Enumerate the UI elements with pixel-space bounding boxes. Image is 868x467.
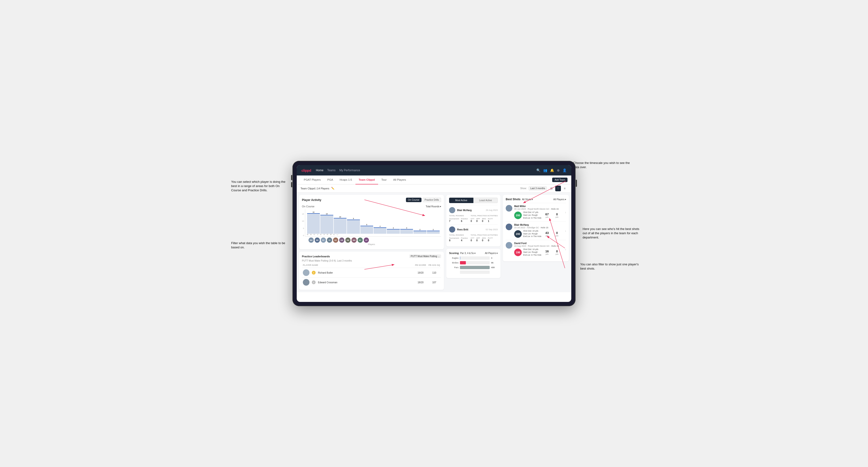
bar-ee: 5: [361, 224, 373, 234]
activity-tabs: Most Active Least Active: [449, 198, 498, 203]
leaderboard-row-2: 2 Edward Crossman 18/20 107: [302, 277, 441, 287]
avatar-ec[interactable]: EC: [358, 238, 363, 243]
grid-view-btn[interactable]: ⊞: [549, 186, 554, 191]
bell-icon[interactable]: 🔔: [550, 168, 554, 172]
shot-item-matt[interactable]: Matt Miller 09 Jun 2023 · Royal North De…: [506, 203, 566, 221]
lb-rank-1: 1: [311, 270, 316, 275]
leaderboard-row-1: 1 Richard Butler 19/20 110: [302, 268, 441, 277]
birdies-label: Birdies: [449, 261, 459, 264]
player-activity-card: Player Activity On Course Practice Drill…: [299, 195, 444, 249]
view-icons: ⊞ ♡ ≡: [549, 186, 567, 191]
shot-text-matt: Shot Dist: 67 yds Start Lie: Rough End L…: [523, 211, 541, 220]
pa-practice-blair: 6: [461, 220, 468, 222]
scoring-dropdown-arrow: ▾: [474, 252, 475, 254]
shot-badge-david: 198: [514, 249, 522, 256]
avatar-jc[interactable]: JC: [327, 238, 332, 243]
avatar-gb[interactable]: GB: [339, 238, 344, 243]
tablet-screen: clippd Home Teams My Performance 🔍 👥 🔔 ⊕…: [297, 165, 571, 302]
practice-drills-toggle[interactable]: Practice Drills: [423, 198, 441, 202]
on-course-toggle[interactable]: On Course: [406, 198, 422, 202]
bar-df: 10: [334, 216, 346, 234]
shot-text-david: Shot Dist: 16 yds Start Lie: Rough End L…: [523, 248, 541, 257]
avatar-bb[interactable]: BB: [315, 238, 320, 243]
tab-tour[interactable]: Tour: [378, 176, 390, 184]
avatar-mm[interactable]: MM: [351, 238, 356, 243]
most-active-tab[interactable]: Most Active: [449, 198, 473, 203]
avatar-bm[interactable]: BM: [309, 238, 314, 243]
list-view-btn[interactable]: ♡: [555, 186, 561, 191]
pa-header-1: Blair McHarg 26 Aug 2023: [449, 207, 498, 213]
search-icon[interactable]: 🔍: [536, 168, 540, 172]
users-icon[interactable]: 👥: [543, 168, 547, 172]
all-players-button[interactable]: All Players ▾: [553, 198, 566, 201]
middle-panel: Most Active Least Active Blair McHarg 26…: [446, 195, 500, 290]
avatar-lr[interactable]: LR: [364, 238, 369, 243]
pa-rounds-group: Total Rounds Tournament 7 Practice: [449, 215, 468, 222]
avatar-rb[interactable]: RB: [345, 238, 350, 243]
y-label-0: 0: [302, 235, 304, 237]
tab-pgat-players[interactable]: PGAT Players: [301, 176, 324, 184]
shot-item-david[interactable]: David Ford 24 Aug 2023 · Royal North Dev…: [506, 240, 566, 258]
nav-teams[interactable]: Teams: [327, 168, 335, 173]
chart-section-header: On Course Total Rounds ▾: [302, 205, 441, 208]
player-name-labels: B. McHarg B. Britt D. Ford J. Coles E. E…: [307, 234, 440, 236]
scoring-par-dropdown[interactable]: Par 3, 4 & 5s ▾: [460, 252, 475, 254]
brand-logo[interactable]: clippd: [302, 168, 311, 173]
lb-avg-1: 110: [428, 272, 440, 274]
scoring-bar-bogeys: [449, 271, 498, 274]
navbar: clippd Home Teams My Performance 🔍 👥 🔔 ⊕…: [297, 165, 571, 176]
pa-tournament-blair: 7: [449, 220, 459, 222]
subheader: Team Clippd | 14 Players ✏️ Show: Last 3…: [297, 184, 571, 192]
all-players-arrow: ▾: [565, 198, 566, 201]
bar-rb: 3: [387, 227, 400, 234]
avatar-ee[interactable]: EE: [333, 238, 338, 243]
vol-button-up: [291, 175, 292, 180]
player-label-jc: J. Coles: [316, 234, 320, 236]
add-team-button[interactable]: Add Team: [552, 178, 567, 182]
practice-title: Practice Leaderboards: [302, 255, 330, 258]
player-label-rb: R. Butler: [327, 234, 330, 236]
shot-stat1-matt: 67 yds: [543, 213, 551, 218]
plus-circle-icon[interactable]: ⊕: [557, 168, 560, 172]
tab-hcaps[interactable]: Hcaps 1-5: [336, 176, 355, 184]
scoring-all-players-btn[interactable]: All Players ▾: [485, 252, 498, 254]
bar-top-indicator: [307, 213, 320, 214]
bar-jc: 9: [347, 218, 360, 234]
tab-team-clippd[interactable]: Team Clippd: [355, 176, 378, 184]
dropdown-arrow-icon: ▾: [440, 205, 441, 208]
nav-home[interactable]: Home: [316, 168, 323, 173]
shot-name-matt: Matt Miller: [514, 205, 563, 208]
scoring-title: Scoring: [449, 252, 459, 254]
y-label-5: 5: [302, 227, 304, 229]
practice-dropdown[interactable]: PUTT Must Make Putting ...: [409, 254, 441, 258]
profile-icon[interactable]: 👤: [563, 168, 566, 172]
chart-dropdown-label: Total Rounds: [426, 205, 439, 208]
shot-item-blair[interactable]: Blair McHarg 23 Jul 2023 · Ashridge GC ·…: [506, 221, 566, 240]
player-label-df: D. Ford: [313, 234, 317, 236]
tab-all-players[interactable]: All Players: [390, 176, 409, 184]
pa-stats-blair: Total Rounds Tournament 7 Practice: [449, 215, 498, 222]
chart-dropdown[interactable]: Total Rounds ▾: [426, 205, 441, 208]
shot-details-matt: 200 Shot Dist: 67 yds Start Lie: Rough E…: [514, 211, 563, 220]
power-button: [576, 180, 577, 187]
pa-avatar-blair: [449, 207, 455, 213]
tab-pga[interactable]: PGA: [324, 176, 336, 184]
pars-val: 499: [491, 266, 498, 269]
time-filter-select[interactable]: Last 3 months: [529, 186, 547, 190]
shot-location-blair: 23 Jul 2023 · Ashridge GC · Hole 15: [514, 226, 563, 229]
nav-my-performance[interactable]: My Performance: [339, 168, 360, 173]
leaderboard-header: Player Name PB Score PB Avg SQ: [302, 264, 441, 266]
y-label-15: 15: [302, 213, 304, 215]
all-shots-button[interactable]: All Shots ▾: [522, 198, 533, 201]
best-shots-header: Best Shots All Shots ▾ All Players ▾: [506, 198, 566, 201]
main-content: Player Activity On Course Practice Drill…: [297, 192, 571, 292]
x-axis-title: Players: [368, 243, 375, 246]
bogeys-track: [460, 271, 490, 274]
least-active-tab[interactable]: Least Active: [473, 198, 498, 203]
eagles-label: Eagles: [449, 257, 459, 259]
avatar-df[interactable]: DF: [321, 238, 326, 243]
tab-bar: PGAT Players PGA Hcaps 1-5 Team Clippd T…: [297, 176, 571, 184]
pa-header-2: Rees Britt 02 Sep 2023: [449, 226, 498, 232]
table-view-btn[interactable]: ≡: [562, 186, 567, 191]
edit-icon[interactable]: ✏️: [331, 187, 335, 190]
